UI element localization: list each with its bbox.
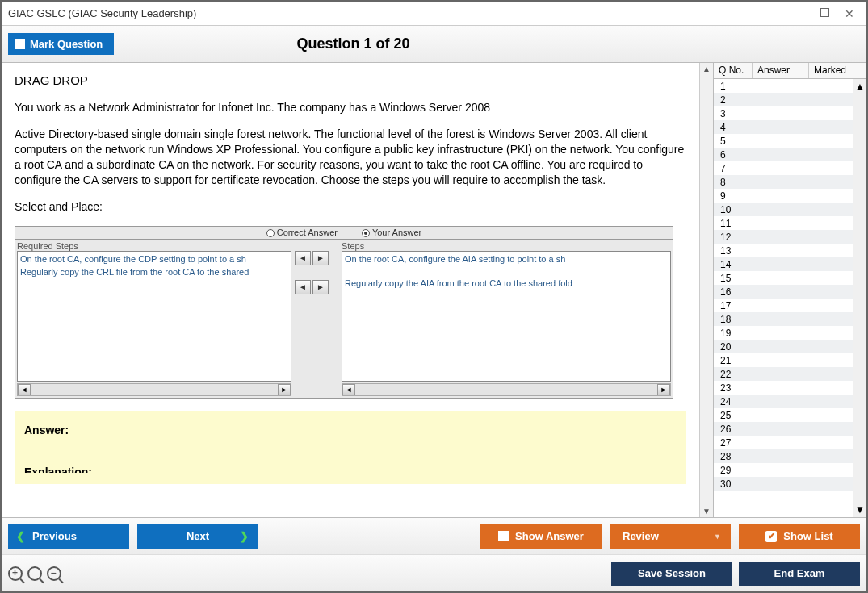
question-row[interactable]: 20 bbox=[714, 340, 853, 353]
review-button[interactable]: Review ▼ bbox=[610, 524, 731, 549]
zoom-icon[interactable] bbox=[27, 566, 42, 581]
question-row[interactable]: 15 bbox=[714, 271, 853, 285]
show-list-button[interactable]: ✔ Show List bbox=[739, 524, 860, 549]
scroll-down-icon[interactable]: ▼ bbox=[855, 504, 865, 516]
question-row[interactable]: 9 bbox=[714, 189, 853, 203]
mark-question-button[interactable]: Mark Question bbox=[8, 33, 114, 55]
question-row[interactable]: 7 bbox=[714, 161, 853, 175]
content-scrollbar[interactable]: ▲ ▼ bbox=[699, 63, 713, 517]
question-row[interactable]: 22 bbox=[714, 367, 853, 381]
sidebar-scrollbar[interactable]: ▲ ▼ bbox=[853, 79, 866, 517]
question-row[interactable]: 29 bbox=[714, 463, 853, 477]
checkbox-icon bbox=[15, 39, 25, 49]
question-list-header: Q No. Answer Marked bbox=[714, 63, 866, 79]
question-row[interactable]: 27 bbox=[714, 436, 853, 449]
question-text: Active Directory-based single domain sin… bbox=[15, 127, 686, 188]
dropdown-icon: ▼ bbox=[714, 532, 721, 541]
zoom-in-icon[interactable]: + bbox=[8, 566, 23, 581]
question-row[interactable]: 21 bbox=[714, 353, 853, 367]
question-intro: You work as a Network Administrator for … bbox=[15, 100, 686, 115]
drag-drop-area: Correct Answer Your Answer Required Step… bbox=[15, 226, 673, 399]
end-exam-button[interactable]: End Exam bbox=[739, 562, 860, 586]
question-row[interactable]: 6 bbox=[714, 148, 853, 161]
question-row[interactable]: 11 bbox=[714, 216, 853, 230]
move-left-button[interactable]: ◄ bbox=[295, 251, 311, 265]
question-list-panel: Q No. Answer Marked 12345678910111213141… bbox=[713, 63, 866, 517]
explanation-label: Explanation: bbox=[24, 465, 677, 473]
question-type-label: DRAG DROP bbox=[15, 73, 686, 89]
question-row[interactable]: 24 bbox=[714, 395, 853, 408]
save-session-button[interactable]: Save Session bbox=[611, 562, 732, 586]
header-answer: Answer bbox=[753, 63, 809, 78]
question-row[interactable]: 25 bbox=[714, 408, 853, 422]
question-rows: 1234567891011121314151617181920212223242… bbox=[714, 79, 853, 517]
answer-mode-bar: Correct Answer Your Answer bbox=[15, 227, 673, 240]
move-up-button[interactable]: ◄ bbox=[295, 280, 311, 294]
window-title: GIAC GSLC (GIAC Security Leadership) bbox=[8, 7, 795, 19]
question-row[interactable]: 10 bbox=[714, 203, 853, 216]
question-body: DRAG DROP You work as a Network Administ… bbox=[2, 63, 699, 517]
minimize-icon[interactable]: — bbox=[795, 8, 806, 19]
correct-answer-radio[interactable]: Correct Answer bbox=[266, 227, 338, 239]
question-row[interactable]: 12 bbox=[714, 230, 853, 244]
close-icon[interactable]: ✕ bbox=[844, 8, 855, 19]
checked-icon: ✔ bbox=[765, 531, 777, 542]
answer-panel: Answer: Explanation: bbox=[15, 411, 686, 485]
window-controls: — ✕ bbox=[795, 8, 860, 19]
question-row[interactable]: 14 bbox=[714, 257, 853, 271]
right-scrollbar[interactable]: ◄► bbox=[342, 383, 671, 396]
main-area: DRAG DROP You work as a Network Administ… bbox=[2, 63, 866, 517]
question-row[interactable]: 3 bbox=[714, 106, 853, 120]
required-steps-list[interactable]: On the root CA, configure the CDP settin… bbox=[17, 251, 291, 382]
left-scrollbar[interactable]: ◄► bbox=[17, 383, 291, 396]
content-pane: DRAG DROP You work as a Network Administ… bbox=[2, 63, 699, 517]
checkbox-icon bbox=[498, 531, 509, 541]
app-window: GIAC GSLC (GIAC Security Leadership) — ✕… bbox=[0, 0, 868, 593]
header-marked: Marked bbox=[809, 63, 866, 78]
show-answer-button[interactable]: Show Answer bbox=[480, 524, 602, 549]
question-row[interactable]: 13 bbox=[714, 244, 853, 257]
header-qno: Q No. bbox=[714, 63, 753, 78]
question-row[interactable]: 5 bbox=[714, 134, 853, 148]
list-item[interactable]: Regularly copy the AIA from the root CA … bbox=[343, 277, 669, 290]
question-row[interactable]: 4 bbox=[714, 120, 853, 134]
scroll-up-icon[interactable]: ▲ bbox=[702, 65, 711, 73]
question-row[interactable]: 19 bbox=[714, 326, 853, 340]
zoom-controls: + – bbox=[8, 566, 61, 581]
title-bar: GIAC GSLC (GIAC Security Leadership) — ✕ bbox=[2, 2, 866, 26]
question-row[interactable]: 2 bbox=[714, 93, 853, 106]
zoom-out-icon[interactable]: – bbox=[47, 566, 61, 581]
steps-list[interactable]: On the root CA, configure the AIA settin… bbox=[342, 251, 671, 382]
question-row[interactable]: 1 bbox=[714, 79, 853, 93]
question-row[interactable]: 23 bbox=[714, 381, 853, 395]
mark-question-label: Mark Question bbox=[30, 38, 103, 50]
header-bar: Mark Question Question 1 of 20 bbox=[2, 26, 866, 63]
select-place-label: Select and Place: bbox=[15, 199, 686, 215]
chevron-left-icon: ❮ bbox=[16, 530, 25, 542]
list-item[interactable]: On the root CA, configure the AIA settin… bbox=[343, 253, 669, 266]
chevron-right-icon: ❯ bbox=[240, 530, 249, 542]
question-row[interactable]: 28 bbox=[714, 449, 853, 463]
your-answer-radio[interactable]: Your Answer bbox=[362, 227, 421, 239]
scroll-down-icon[interactable]: ▼ bbox=[702, 507, 711, 516]
maximize-icon[interactable] bbox=[820, 8, 829, 17]
list-item[interactable]: Regularly copy the CRL file from the roo… bbox=[19, 265, 290, 279]
nav-footer: ❮ Previous Next ❯ Show Answer Review ▼ ✔… bbox=[2, 517, 866, 554]
scroll-up-icon[interactable]: ▲ bbox=[855, 81, 865, 92]
tools-footer: + – Save Session End Exam bbox=[2, 554, 866, 591]
question-row[interactable]: 26 bbox=[714, 422, 853, 436]
question-row[interactable]: 18 bbox=[714, 312, 853, 326]
next-button[interactable]: Next ❯ bbox=[137, 524, 258, 549]
move-buttons: ◄ ► ◄ ► bbox=[295, 251, 329, 294]
previous-button[interactable]: ❮ Previous bbox=[8, 524, 129, 549]
question-row[interactable]: 30 bbox=[714, 477, 853, 491]
question-row[interactable]: 17 bbox=[714, 299, 853, 312]
move-down-button[interactable]: ► bbox=[312, 280, 329, 294]
list-item[interactable]: On the root CA, configure the CDP settin… bbox=[19, 253, 290, 266]
question-row[interactable]: 8 bbox=[714, 175, 853, 189]
answer-label: Answer: bbox=[24, 423, 677, 438]
question-row[interactable]: 16 bbox=[714, 285, 853, 299]
move-right-button[interactable]: ► bbox=[312, 251, 329, 265]
